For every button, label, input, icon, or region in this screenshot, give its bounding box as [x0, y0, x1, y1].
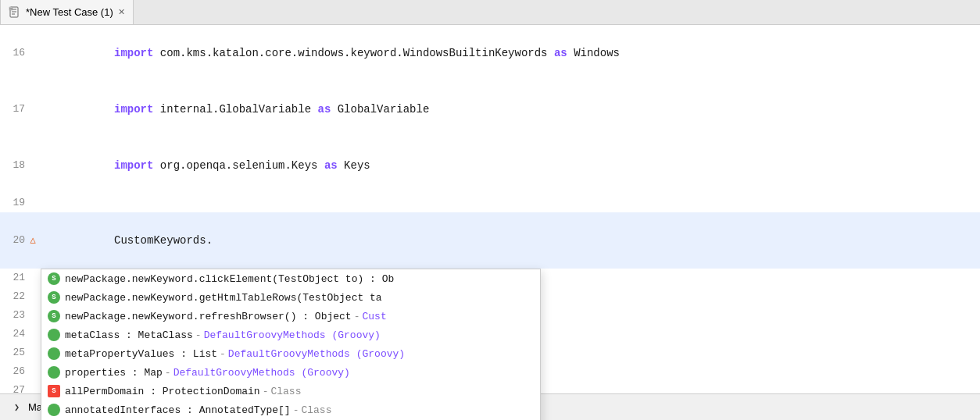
text-17-1: internal.GlobalVariable — [153, 103, 317, 116]
line-18: 18 import org.openqa.selenium.Keys as Ke… — [0, 137, 980, 194]
line-number-23: 23 — [3, 306, 25, 325]
autocomplete-item-3[interactable]: S newPackage.newKeyword.refreshBrowser()… — [41, 307, 540, 326]
ac-source-5: DefaultGroovyMethods (Groovy) — [228, 348, 405, 360]
gutter-16: 16 — [0, 44, 42, 62]
triangle-gutter-icon-20: △ — [27, 234, 39, 247]
ac-sep-8: - — [293, 404, 299, 416]
keyword-as-16: as — [554, 47, 567, 59]
tab-close-icon[interactable]: ✕ — [118, 7, 125, 17]
autocomplete-item-6[interactable]: properties : Map - DefaultGroovyMethods … — [41, 363, 540, 382]
line-content-18[interactable]: import org.openqa.selenium.Keys as Keys — [42, 137, 370, 194]
line-content-17[interactable]: import internal.GlobalVariable as Global… — [42, 81, 429, 137]
ac-text-3: newPackage.newKeyword.refreshBrowser() :… — [65, 311, 352, 322]
tab-bar: *New Test Case (1) ✕ — [0, 0, 980, 25]
line-number-18: 18 — [3, 156, 25, 175]
keyword-import-18: import — [114, 159, 153, 172]
ac-text-5: metaPropertyValues : List — [65, 348, 217, 360]
text-16-1: com.kms.katalon.core.windows.keyword.Win… — [153, 47, 553, 59]
line-number-20: 20 — [3, 231, 25, 250]
ac-text-7: allPermDomain : ProtectionDomain — [65, 386, 260, 397]
gutter-icon-18 — [27, 159, 39, 172]
svg-rect-4 — [9, 7, 13, 10]
ac-icon-4 — [48, 329, 60, 341]
ac-source-8: Class — [301, 404, 331, 416]
ac-text-4: metaClass : MetaClass — [65, 329, 193, 341]
ac-text-6: properties : Map — [65, 367, 163, 379]
gutter-icon-21 — [27, 272, 39, 284]
ac-icon-7: S — [48, 385, 60, 397]
gutter-18: 18 — [0, 156, 42, 175]
gutter-21: 21 — [0, 269, 42, 287]
ac-sep-4: - — [195, 329, 202, 341]
gutter-icon-17 — [27, 103, 39, 116]
editor-tab[interactable]: *New Test Case (1) ✕ — [0, 0, 134, 24]
ac-text-8: annotatedInterfaces : AnnotatedType[] — [65, 404, 291, 416]
line-content-20[interactable]: CustomKeywords. — [42, 212, 213, 269]
text-18-2: Keys — [338, 159, 370, 172]
ac-icon-2: S — [48, 291, 60, 304]
ac-icon-8 — [48, 404, 60, 416]
gutter-icon-25 — [27, 347, 39, 359]
line-19: 19 — [0, 194, 980, 212]
ac-text-1: newPackage.newKeyword.clickElement(TestO… — [65, 273, 394, 285]
line-number-19: 19 — [3, 194, 25, 212]
gutter-20: 20 △ — [0, 231, 42, 250]
autocomplete-item-4[interactable]: metaClass : MetaClass - DefaultGroovyMet… — [41, 326, 540, 344]
gutter-25: 25 — [0, 343, 42, 362]
gutter-icon-19 — [27, 197, 39, 209]
ac-icon-3: S — [48, 310, 60, 322]
gutter-icon-16 — [27, 47, 39, 59]
ac-source-7: Class — [270, 386, 301, 397]
gutter-icon-24 — [27, 328, 39, 340]
keyword-import-17: import — [114, 103, 153, 116]
autocomplete-item-8[interactable]: annotatedInterfaces : AnnotatedType[] - … — [41, 400, 540, 419]
text-18-1: org.openqa.selenium.Keys — [153, 159, 324, 172]
ac-text-2: newPackage.newKeyword.getHtmlTableRows(T… — [65, 292, 382, 304]
line-17: 17 import internal.GlobalVariable as Glo… — [0, 81, 980, 137]
code-lines: 16 import com.kms.katalon.core.windows.k… — [0, 25, 980, 420]
tab-label: *New Test Case (1) — [26, 6, 113, 18]
gutter-22: 22 — [0, 287, 42, 306]
gutter-24: 24 — [0, 325, 42, 343]
ac-sep-7: - — [263, 386, 269, 397]
ac-source-3: Cust — [362, 311, 386, 322]
ac-icon-6 — [48, 366, 60, 379]
keyword-as-17: as — [317, 103, 331, 116]
gutter-17: 17 — [0, 100, 42, 119]
autocomplete-item-5[interactable]: metaPropertyValues : List - DefaultGroov… — [41, 344, 540, 363]
tab-file-icon — [9, 6, 21, 19]
manual-tab-icon — [13, 401, 24, 414]
text-17-2: GlobalVariable — [331, 103, 429, 116]
autocomplete-item-1[interactable]: S newPackage.newKeyword.clickElement(Tes… — [41, 269, 540, 288]
editor-area: 16 import com.kms.katalon.core.windows.k… — [0, 25, 980, 420]
line-number-21: 21 — [3, 269, 25, 287]
autocomplete-dropdown[interactable]: S newPackage.newKeyword.clickElement(Tes… — [41, 269, 541, 420]
autocomplete-item-2[interactable]: S newPackage.newKeyword.getHtmlTableRows… — [41, 288, 540, 307]
ac-sep-5: - — [220, 348, 226, 360]
ac-icon-5 — [48, 347, 60, 360]
ac-source-4: DefaultGroovyMethods (Groovy) — [204, 329, 381, 341]
ac-source-6: DefaultGroovyMethods (Groovy) — [173, 367, 350, 379]
line-content-16[interactable]: import com.kms.katalon.core.windows.keyw… — [42, 25, 620, 81]
gutter-19: 19 — [0, 194, 42, 212]
line-number-26: 26 — [3, 362, 25, 381]
keyword-import-16: import — [114, 47, 153, 59]
line-number-16: 16 — [3, 44, 25, 62]
ac-sep-3: - — [354, 311, 360, 322]
gutter-icon-22 — [27, 290, 39, 303]
ac-sep-6: - — [165, 367, 171, 379]
autocomplete-item-7[interactable]: S allPermDomain : ProtectionDomain - Cla… — [41, 382, 540, 400]
gutter-26: 26 — [0, 362, 42, 381]
text-16-2: Windows — [567, 47, 620, 59]
custom-keywords-text: CustomKeywords. — [114, 234, 213, 247]
gutter-icon-23 — [27, 309, 39, 322]
line-number-22: 22 — [3, 287, 25, 306]
keyword-as-18: as — [324, 159, 338, 172]
line-20: 20 △ CustomKeywords. — [0, 212, 980, 269]
line-number-25: 25 — [3, 343, 25, 362]
line-number-24: 24 — [3, 325, 25, 343]
gutter-icon-26 — [27, 365, 39, 378]
ac-icon-1: S — [48, 272, 60, 285]
line-number-17: 17 — [3, 100, 25, 119]
line-16: 16 import com.kms.katalon.core.windows.k… — [0, 25, 980, 81]
